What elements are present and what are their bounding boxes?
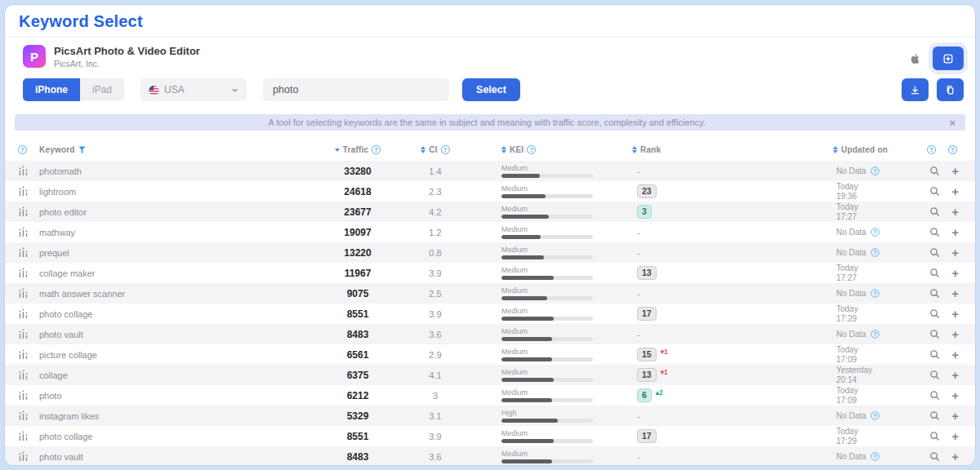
search-keyword-icon[interactable] [929,227,940,237]
table-row[interactable]: photomath 33280 1.4 Medium - No Data + [5,161,975,181]
rank-cell: - [619,452,825,462]
add-keyword-icon[interactable]: + [951,287,959,299]
add-keyword-icon[interactable]: + [951,430,959,442]
ci-cell: 3.9 [399,309,472,319]
table-row[interactable]: photo collage 8551 3.9 Medium 17 Today17… [5,426,975,446]
search-keyword-icon[interactable] [929,390,940,401]
traffic-cell: 33280 [317,166,399,177]
table-row[interactable]: lightroom 24618 2.3 Medium 23 Today19:36… [5,181,975,202]
search-keyword-icon[interactable] [929,186,940,197]
search-keyword-icon[interactable] [929,206,940,217]
keyword-cell: photomath [39,166,317,176]
info-icon[interactable] [871,330,879,338]
add-keyword-icon[interactable]: + [951,246,959,259]
table-row[interactable]: photo 6212 3 Medium 6▴2 Today17:09 + [5,385,975,406]
add-keyword-icon[interactable]: + [951,308,959,320]
table-row[interactable]: photo vault 8483 3.6 Medium - No Data + [5,446,975,466]
search-keyword-icon[interactable] [929,166,940,176]
kei-label: Medium [501,266,619,274]
search-keyword-icon[interactable] [929,370,940,380]
copy-button[interactable] [937,78,964,101]
search-keyword-icon[interactable] [929,410,940,421]
table-row[interactable]: collage 6375 4.1 Medium 13▾1 Yesterday20… [5,365,975,385]
table-header: Keyword Traffic CI KEI Rank [5,140,975,161]
updated-cell: Today17:09 [825,345,915,365]
info-icon[interactable] [871,452,879,460]
column-kei[interactable]: KEI [472,145,619,154]
table-row[interactable]: photo editor 23677 4.2 Medium 3 Today17:… [5,202,975,222]
search-keyword-icon[interactable] [929,329,940,339]
updated-cell: Today17:27 [825,202,915,222]
info-icon[interactable] [527,145,536,154]
search-keyword-icon[interactable] [929,431,940,441]
content-panel: P PicsArt Photo & Video Editor PicsArt, … [5,37,975,466]
ci-cell: 1.4 [399,166,472,176]
column-ci[interactable]: CI [399,145,472,154]
info-icon[interactable] [871,228,879,236]
filter-icon[interactable] [78,146,86,154]
add-keyword-icon[interactable]: + [951,410,959,422]
kei-cell: Medium [472,184,619,198]
country-select[interactable]: USA [140,78,247,101]
add-keyword-icon[interactable]: + [951,328,959,340]
table-row[interactable]: instagram likes 5329 3.1 High - No Data … [5,406,975,426]
table-row[interactable]: photo vault 8483 3.6 Medium - No Data + [5,324,975,344]
search-keyword-icon[interactable] [929,288,940,299]
add-keyword-icon[interactable]: + [951,369,959,381]
info-icon[interactable] [871,166,879,175]
banner-close-icon[interactable]: × [949,118,956,128]
search-keyword-icon[interactable] [929,451,940,462]
kei-cell: Medium [472,368,619,382]
table-row[interactable]: prequel 13220 0.8 Medium - No Data + [5,242,975,263]
column-keyword[interactable]: Keyword [39,145,317,154]
info-icon[interactable] [927,145,936,154]
download-button[interactable] [902,78,929,101]
updated-cell: No Data [825,166,915,176]
rank-cell: - [619,411,825,421]
info-banner: A tool for selecting keywords are the sa… [15,114,965,131]
add-keyword-icon[interactable]: + [951,165,959,177]
tab-iphone[interactable]: iPhone [23,78,80,101]
info-icon[interactable] [372,145,381,154]
add-keyword-icon[interactable]: + [951,389,959,401]
info-icon[interactable] [441,145,450,154]
ci-cell: 0.8 [399,248,472,258]
rank-cell: 6▴2 [619,388,825,402]
add-keyword-icon[interactable]: + [951,348,959,361]
add-keyword-icon[interactable]: + [951,185,959,197]
search-keyword-icon[interactable] [929,308,940,319]
search-keyword-icon[interactable] [929,247,940,258]
add-keyword-icon[interactable]: + [951,206,959,218]
download-icon [910,85,920,95]
tab-ipad[interactable]: iPad [80,78,124,101]
info-icon[interactable] [948,145,957,154]
kei-progress-bar [501,174,593,178]
keyword-cell: collage maker [39,268,317,278]
info-icon[interactable] [18,145,27,154]
info-icon[interactable] [871,248,879,256]
column-rank[interactable]: Rank [619,145,825,154]
updated-cell: No Data [825,289,915,299]
add-keyword-icon[interactable]: + [951,450,959,463]
column-updated-on[interactable]: Updated on [825,145,915,154]
table-row[interactable]: photo collage 8551 3.9 Medium 17 Today17… [5,304,975,324]
search-keyword-icon[interactable] [929,268,940,278]
column-traffic[interactable]: Traffic [317,145,399,154]
add-keyword-icon[interactable]: + [951,226,959,238]
table-row[interactable]: math answer scanner 9075 2.5 Medium - No… [5,283,975,304]
add-app-button[interactable] [933,47,964,70]
kei-label: Medium [501,307,619,315]
search-keyword-icon[interactable] [929,349,940,360]
info-icon[interactable] [871,289,879,297]
table-row[interactable]: picture collage 6561 2.9 Medium 15▾1 Tod… [5,344,975,365]
info-icon[interactable] [871,411,879,419]
table-row[interactable]: mathway 19097 1.2 Medium - No Data + [5,222,975,242]
rank-badge: 3 [637,205,652,219]
traffic-cell: 6212 [317,390,399,401]
add-keyword-icon[interactable]: + [951,267,959,279]
table-row[interactable]: collage maker 11967 3.9 Medium 13 Today1… [5,263,975,283]
select-button[interactable]: Select [462,78,520,101]
kei-progress-bar [501,378,593,382]
keyword-search-input[interactable] [263,78,449,101]
rank-badge: 13 [637,266,657,280]
